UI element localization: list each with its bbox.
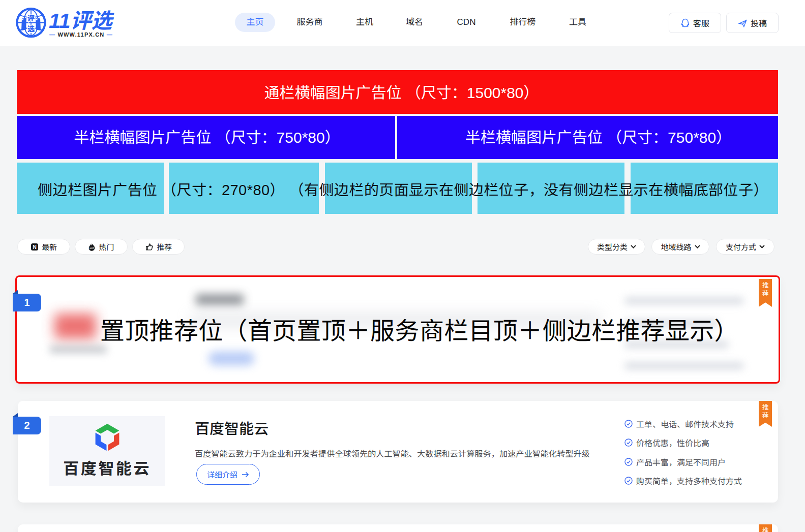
svg-text:N: N	[33, 244, 37, 250]
svg-text:评: 评	[27, 13, 35, 23]
svg-text:选: 选	[27, 23, 35, 34]
svg-text:HOT: HOT	[90, 246, 95, 249]
